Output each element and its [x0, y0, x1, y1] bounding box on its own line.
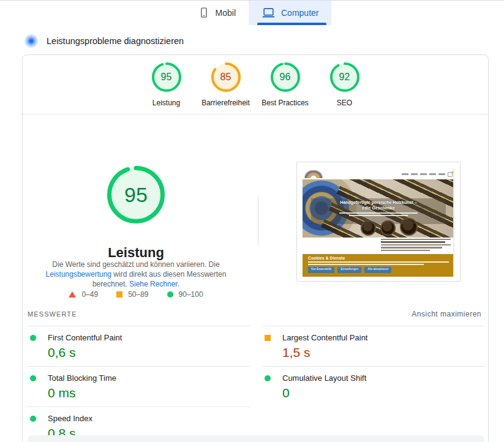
category-label: Best Practices	[261, 99, 309, 107]
metric-name: First Contentful Paint	[48, 333, 122, 342]
cart-icon	[448, 172, 453, 177]
cookie-text-placeholder	[308, 261, 449, 265]
metric-head: Total Blocking Time	[28, 373, 250, 383]
metric-head: Speed Index	[28, 414, 250, 423]
report-card: 95 Leistung 85 Barrierefreiheit 96 Best …	[22, 54, 489, 442]
legend-range: 90–100	[179, 290, 203, 299]
metric-head: Cumulative Layout Shift	[262, 373, 484, 383]
triangle-icon	[69, 291, 76, 298]
circle-status-icon	[30, 335, 36, 341]
leistungsbewertung-link[interactable]: Leistungsbewertung	[46, 270, 111, 279]
category-score-best-practices[interactable]: 96 Best Practices	[255, 62, 315, 107]
score-value: 92	[330, 62, 359, 92]
performance-score-value: 95	[107, 166, 165, 223]
gauge: 95	[152, 62, 181, 92]
category-score-row: 95 Leistung 85 Barrierefreiheit 96 Best …	[23, 62, 488, 107]
cookie-banner-title: Cookies & Dienste	[308, 256, 449, 260]
pagespeed-report-page: Mobil Computer Leistungsprobleme diagnos…	[0, 0, 504, 442]
cookie-banner: Cookies & Dienste Nur EssenzielleEinstel…	[303, 254, 454, 277]
metric-head: First Contentful Paint	[28, 333, 250, 342]
category-score-leistung[interactable]: 95 Leistung	[137, 62, 196, 107]
legend-item-square: 50–89	[116, 290, 148, 299]
page-screenshot: Handgefertigte persische Holzkunst – edl…	[296, 162, 461, 282]
metric-largest-contentful-paint: Largest Contentful Paint 1,5 s	[262, 326, 484, 366]
hero-subtext-placeholder	[303, 212, 454, 217]
siehe-rechner-link[interactable]: Siehe Rechner.	[129, 280, 179, 288]
metric-cumulative-layout-shift: Cumulative Layout Shift 0	[262, 366, 484, 406]
metric-name: Largest Contentful Paint	[282, 333, 367, 342]
description-text-1: Die Werte sind geschätzt und können vari…	[52, 260, 219, 269]
cookie-button: Nur Essenzielle	[308, 267, 334, 273]
metric-value: 0,6 s	[48, 345, 250, 360]
text-placeholder	[381, 239, 451, 252]
performance-description: Die Werte sind geschätzt und können vari…	[35, 260, 237, 289]
tab-computer[interactable]: Computer	[249, 1, 331, 25]
screenshot-site-mock: Handgefertigte persische Holzkunst – edl…	[303, 169, 454, 277]
tab-mobil-label: Mobil	[216, 8, 236, 18]
site-header	[303, 169, 454, 179]
tab-computer-label: Computer	[281, 8, 318, 18]
diagnose-label: Leistungsprobleme diagnostizieren	[47, 36, 184, 46]
section-divider	[23, 114, 488, 114]
performance-score-gauge: 95	[107, 166, 165, 223]
hero-text: Handgefertigte persische Holzkunst – edl…	[303, 200, 454, 216]
hero-title-line2: edle Geschenke	[303, 205, 454, 211]
category-label: Barrierefreiheit	[201, 99, 250, 107]
gauge: 85	[211, 62, 241, 92]
expand-view-button[interactable]: Ansicht maximieren	[412, 310, 481, 318]
diagnose-row: Leistungsprobleme diagnostizieren	[24, 34, 184, 48]
metric-value: 0	[282, 386, 484, 400]
circle-status-icon	[30, 416, 36, 422]
score-value: 96	[271, 62, 300, 92]
metrics-grid: First Contentful Paint 0,6 s Largest Con…	[28, 326, 484, 442]
site-logo-ornament	[304, 170, 323, 178]
laptop-icon	[261, 6, 276, 20]
gauge: 92	[330, 62, 359, 92]
tab-mobil[interactable]: Mobil	[185, 1, 249, 25]
score-value: 85	[211, 62, 241, 92]
circle-status-icon	[265, 375, 271, 381]
site-nav-placeholder	[402, 172, 453, 177]
gauge: 96	[271, 62, 300, 92]
legend-item-circle: 90–100	[167, 290, 203, 299]
site-hero: Handgefertigte persische Holzkunst – edl…	[303, 179, 454, 238]
category-label: SEO	[337, 99, 352, 107]
circle-icon	[167, 291, 173, 298]
metric-name: Speed Index	[48, 414, 92, 423]
metric-value: 1,5 s	[282, 345, 484, 360]
site-content-band	[303, 238, 454, 254]
legend-range: 0–49	[81, 290, 98, 299]
radar-pulse-icon	[24, 34, 38, 48]
hero-title-line1: Handgefertigte persische Holzkunst –	[303, 200, 454, 205]
cookie-button: Alle akzeptieren	[364, 267, 391, 273]
metric-head: Largest Contentful Paint	[262, 333, 484, 342]
circle-status-icon	[30, 375, 36, 381]
square-icon	[116, 291, 122, 298]
device-tabbar: Mobil Computer	[0, 1, 504, 25]
smartphone-icon	[198, 6, 210, 20]
metric-total-blocking-time: Total Blocking Time 0 ms	[28, 366, 250, 406]
square-status-icon	[265, 335, 271, 341]
score-value: 95	[152, 62, 181, 92]
metric-name: Cumulative Layout Shift	[282, 373, 366, 383]
score-legend: 0–4950–8990–100	[23, 290, 249, 299]
metric-first-contentful-paint: First Contentful Paint 0,6 s	[28, 326, 250, 366]
metrics-header: Messwerte Ansicht maximieren	[28, 310, 481, 318]
legend-item-triangle: 0–49	[69, 290, 98, 299]
category-label: Leistung	[152, 99, 180, 107]
legend-range: 50–89	[128, 290, 148, 299]
performance-title: Leistung	[23, 245, 249, 261]
cookie-buttons: Nur EssenzielleEinstellungenAlle akzepti…	[308, 267, 449, 273]
cookie-button: Einstellungen	[337, 267, 361, 273]
category-score-barrierefreiheit[interactable]: 85 Barrierefreiheit	[196, 62, 255, 107]
metrics-heading: Messwerte	[28, 310, 77, 318]
metric-value: 0 ms	[48, 386, 250, 400]
next-section-partial	[28, 435, 484, 442]
vertical-divider	[258, 197, 258, 245]
metric-name: Total Blocking Time	[48, 373, 116, 383]
category-score-seo[interactable]: 92 SEO	[315, 62, 374, 107]
